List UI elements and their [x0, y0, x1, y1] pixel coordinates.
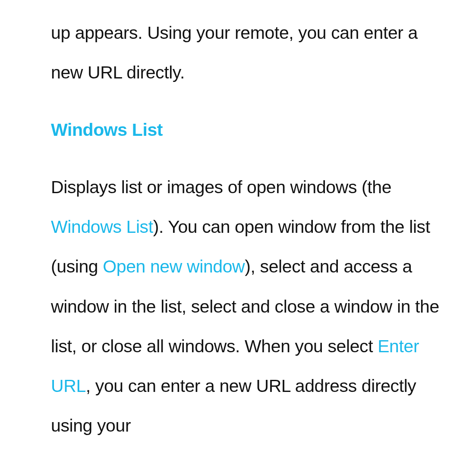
highlight-windows-list: Windows List	[51, 217, 153, 237]
highlight-open-new-window: Open new window	[103, 257, 245, 276]
body-text-1: Displays list or images of open windows …	[51, 177, 391, 197]
intro-paragraph: up appears. Using your remote, you can e…	[51, 13, 449, 93]
body-paragraph: Displays list or images of open windows …	[51, 167, 449, 446]
body-text-4: , you can enter a new URL address direct…	[51, 376, 416, 435]
section-heading-windows-list: Windows List	[51, 118, 449, 142]
